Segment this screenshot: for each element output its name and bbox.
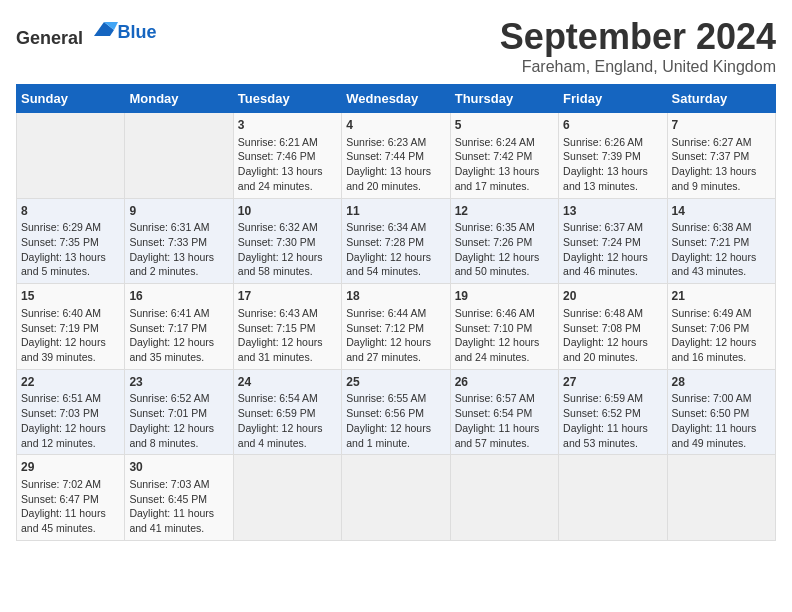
cell-content: Sunrise: 7:00 AMSunset: 6:50 PMDaylight:…: [672, 391, 771, 450]
cell-content: Sunrise: 6:59 AMSunset: 6:52 PMDaylight:…: [563, 391, 662, 450]
calendar-cell: 19Sunrise: 6:46 AMSunset: 7:10 PMDayligh…: [450, 284, 558, 370]
cell-content: Sunrise: 6:34 AMSunset: 7:28 PMDaylight:…: [346, 220, 445, 279]
cell-content: Sunrise: 6:21 AMSunset: 7:46 PMDaylight:…: [238, 135, 337, 194]
calendar-cell: 23Sunrise: 6:52 AMSunset: 7:01 PMDayligh…: [125, 369, 233, 455]
calendar-cell: 20Sunrise: 6:48 AMSunset: 7:08 PMDayligh…: [559, 284, 667, 370]
day-number: 11: [346, 203, 445, 220]
calendar-header-tuesday: Tuesday: [233, 85, 341, 113]
calendar-cell: 29Sunrise: 7:02 AMSunset: 6:47 PMDayligh…: [17, 455, 125, 541]
calendar-cell: [667, 455, 775, 541]
cell-content: Sunrise: 6:40 AMSunset: 7:19 PMDaylight:…: [21, 306, 120, 365]
cell-content: Sunrise: 6:52 AMSunset: 7:01 PMDaylight:…: [129, 391, 228, 450]
cell-content: Sunrise: 6:43 AMSunset: 7:15 PMDaylight:…: [238, 306, 337, 365]
cell-content: Sunrise: 6:38 AMSunset: 7:21 PMDaylight:…: [672, 220, 771, 279]
logo-icon: [90, 16, 118, 44]
day-number: 17: [238, 288, 337, 305]
day-number: 16: [129, 288, 228, 305]
logo-general-text: General: [16, 28, 83, 48]
day-number: 13: [563, 203, 662, 220]
calendar-cell: 7Sunrise: 6:27 AMSunset: 7:37 PMDaylight…: [667, 113, 775, 199]
main-title: September 2024: [500, 16, 776, 58]
day-number: 20: [563, 288, 662, 305]
calendar-cell: 9Sunrise: 6:31 AMSunset: 7:33 PMDaylight…: [125, 198, 233, 284]
cell-content: Sunrise: 7:02 AMSunset: 6:47 PMDaylight:…: [21, 477, 120, 536]
calendar-header-saturday: Saturday: [667, 85, 775, 113]
calendar-cell: 27Sunrise: 6:59 AMSunset: 6:52 PMDayligh…: [559, 369, 667, 455]
calendar-week-4: 22Sunrise: 6:51 AMSunset: 7:03 PMDayligh…: [17, 369, 776, 455]
cell-content: Sunrise: 6:55 AMSunset: 6:56 PMDaylight:…: [346, 391, 445, 450]
day-number: 15: [21, 288, 120, 305]
day-number: 25: [346, 374, 445, 391]
calendar-cell: 3Sunrise: 6:21 AMSunset: 7:46 PMDaylight…: [233, 113, 341, 199]
cell-content: Sunrise: 6:35 AMSunset: 7:26 PMDaylight:…: [455, 220, 554, 279]
calendar-header-friday: Friday: [559, 85, 667, 113]
day-number: 3: [238, 117, 337, 134]
day-number: 12: [455, 203, 554, 220]
calendar-header-wednesday: Wednesday: [342, 85, 450, 113]
calendar-cell: 24Sunrise: 6:54 AMSunset: 6:59 PMDayligh…: [233, 369, 341, 455]
calendar-table: SundayMondayTuesdayWednesdayThursdayFrid…: [16, 84, 776, 541]
cell-content: Sunrise: 6:31 AMSunset: 7:33 PMDaylight:…: [129, 220, 228, 279]
logo-blue-text: Blue: [118, 22, 157, 42]
calendar-cell: 12Sunrise: 6:35 AMSunset: 7:26 PMDayligh…: [450, 198, 558, 284]
calendar-cell: 16Sunrise: 6:41 AMSunset: 7:17 PMDayligh…: [125, 284, 233, 370]
calendar-cell: 22Sunrise: 6:51 AMSunset: 7:03 PMDayligh…: [17, 369, 125, 455]
calendar-header-sunday: Sunday: [17, 85, 125, 113]
calendar-cell: 10Sunrise: 6:32 AMSunset: 7:30 PMDayligh…: [233, 198, 341, 284]
cell-content: Sunrise: 6:48 AMSunset: 7:08 PMDaylight:…: [563, 306, 662, 365]
calendar-header-thursday: Thursday: [450, 85, 558, 113]
day-number: 7: [672, 117, 771, 134]
day-number: 27: [563, 374, 662, 391]
header: General Blue September 2024 Fareham, Eng…: [16, 16, 776, 76]
calendar-cell: 17Sunrise: 6:43 AMSunset: 7:15 PMDayligh…: [233, 284, 341, 370]
day-number: 19: [455, 288, 554, 305]
day-number: 4: [346, 117, 445, 134]
cell-content: Sunrise: 6:46 AMSunset: 7:10 PMDaylight:…: [455, 306, 554, 365]
day-number: 22: [21, 374, 120, 391]
day-number: 24: [238, 374, 337, 391]
calendar-week-1: 3Sunrise: 6:21 AMSunset: 7:46 PMDaylight…: [17, 113, 776, 199]
day-number: 26: [455, 374, 554, 391]
day-number: 9: [129, 203, 228, 220]
calendar-cell: 18Sunrise: 6:44 AMSunset: 7:12 PMDayligh…: [342, 284, 450, 370]
calendar-cell: [342, 455, 450, 541]
calendar-week-5: 29Sunrise: 7:02 AMSunset: 6:47 PMDayligh…: [17, 455, 776, 541]
calendar-week-2: 8Sunrise: 6:29 AMSunset: 7:35 PMDaylight…: [17, 198, 776, 284]
cell-content: Sunrise: 6:32 AMSunset: 7:30 PMDaylight:…: [238, 220, 337, 279]
calendar-cell: 26Sunrise: 6:57 AMSunset: 6:54 PMDayligh…: [450, 369, 558, 455]
subtitle: Fareham, England, United Kingdom: [500, 58, 776, 76]
cell-content: Sunrise: 6:54 AMSunset: 6:59 PMDaylight:…: [238, 391, 337, 450]
day-number: 30: [129, 459, 228, 476]
cell-content: Sunrise: 6:49 AMSunset: 7:06 PMDaylight:…: [672, 306, 771, 365]
calendar-header-row: SundayMondayTuesdayWednesdayThursdayFrid…: [17, 85, 776, 113]
day-number: 5: [455, 117, 554, 134]
cell-content: Sunrise: 6:44 AMSunset: 7:12 PMDaylight:…: [346, 306, 445, 365]
calendar-cell: 8Sunrise: 6:29 AMSunset: 7:35 PMDaylight…: [17, 198, 125, 284]
calendar-cell: 21Sunrise: 6:49 AMSunset: 7:06 PMDayligh…: [667, 284, 775, 370]
calendar-header-monday: Monday: [125, 85, 233, 113]
cell-content: Sunrise: 6:29 AMSunset: 7:35 PMDaylight:…: [21, 220, 120, 279]
calendar-cell: 6Sunrise: 6:26 AMSunset: 7:39 PMDaylight…: [559, 113, 667, 199]
day-number: 23: [129, 374, 228, 391]
calendar-cell: 4Sunrise: 6:23 AMSunset: 7:44 PMDaylight…: [342, 113, 450, 199]
cell-content: Sunrise: 6:23 AMSunset: 7:44 PMDaylight:…: [346, 135, 445, 194]
cell-content: Sunrise: 7:03 AMSunset: 6:45 PMDaylight:…: [129, 477, 228, 536]
cell-content: Sunrise: 6:24 AMSunset: 7:42 PMDaylight:…: [455, 135, 554, 194]
calendar-cell: 11Sunrise: 6:34 AMSunset: 7:28 PMDayligh…: [342, 198, 450, 284]
calendar-cell: [450, 455, 558, 541]
calendar-cell: 13Sunrise: 6:37 AMSunset: 7:24 PMDayligh…: [559, 198, 667, 284]
calendar-cell: 25Sunrise: 6:55 AMSunset: 6:56 PMDayligh…: [342, 369, 450, 455]
day-number: 18: [346, 288, 445, 305]
calendar-cell: 14Sunrise: 6:38 AMSunset: 7:21 PMDayligh…: [667, 198, 775, 284]
day-number: 8: [21, 203, 120, 220]
cell-content: Sunrise: 6:57 AMSunset: 6:54 PMDaylight:…: [455, 391, 554, 450]
day-number: 21: [672, 288, 771, 305]
calendar-cell: [233, 455, 341, 541]
day-number: 28: [672, 374, 771, 391]
cell-content: Sunrise: 6:41 AMSunset: 7:17 PMDaylight:…: [129, 306, 228, 365]
calendar-cell: 15Sunrise: 6:40 AMSunset: 7:19 PMDayligh…: [17, 284, 125, 370]
day-number: 10: [238, 203, 337, 220]
title-block: September 2024 Fareham, England, United …: [500, 16, 776, 76]
calendar-week-3: 15Sunrise: 6:40 AMSunset: 7:19 PMDayligh…: [17, 284, 776, 370]
cell-content: Sunrise: 6:37 AMSunset: 7:24 PMDaylight:…: [563, 220, 662, 279]
